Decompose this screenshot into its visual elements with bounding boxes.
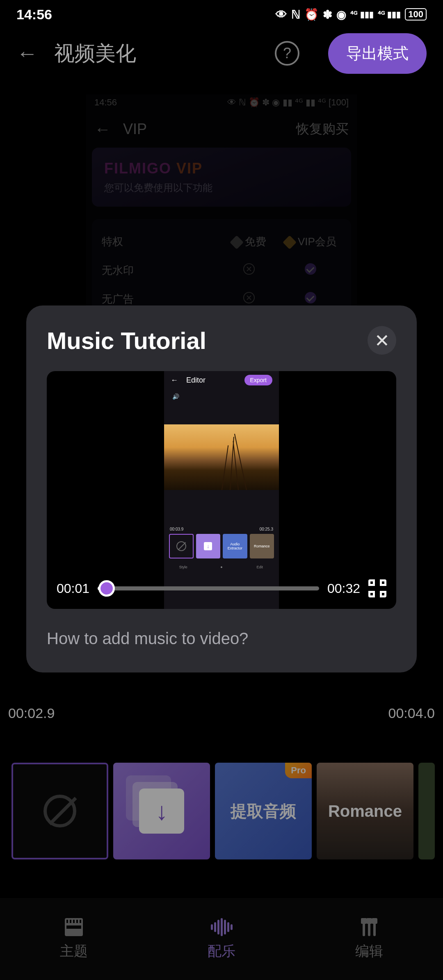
- tutorial-thumb-romance: Romance: [250, 534, 274, 558]
- tutorial-nav-edit: Edit: [241, 565, 279, 569]
- modal-close-button[interactable]: ✕: [368, 326, 396, 355]
- modal-title: Music Tutorial: [47, 327, 206, 354]
- fullscreen-button[interactable]: [368, 579, 386, 597]
- signal-4g-icon-2: ⁴ᴳ ▮▮▮: [378, 9, 401, 19]
- fullscreen-icon: [368, 579, 375, 586]
- signal-4g-icon: ⁴ᴳ ▮▮▮: [350, 9, 374, 19]
- close-icon: ✕: [374, 330, 390, 351]
- eye-icon: 👁: [276, 8, 287, 21]
- tutorial-nav-style: Style: [164, 565, 202, 569]
- tutorial-video-player[interactable]: ← Editor Export 🔊 00:03.9 00:25.3 ↓ Audi…: [47, 371, 396, 609]
- music-tutorial-modal: Music Tutorial ✕ ← Editor Export 🔊 00:03…: [26, 305, 417, 672]
- tutorial-export-label: Export: [244, 375, 272, 385]
- status-time: 14:56: [16, 7, 52, 23]
- tutorial-time-left: 00:03.9: [170, 527, 183, 531]
- tutorial-editor-label: Editor: [186, 376, 244, 385]
- back-button[interactable]: ←: [16, 41, 38, 66]
- help-button[interactable]: ?: [275, 41, 299, 66]
- tutorial-back-icon: ←: [171, 376, 178, 385]
- app-header: ← 视频美化 ? 导出模式: [0, 29, 443, 78]
- video-current-time: 00:01: [57, 581, 89, 596]
- alarm-icon: ⏰: [304, 8, 319, 21]
- video-duration: 00:32: [327, 581, 360, 596]
- status-icons: 👁 ℕ ⏰ ✽ ◉ ⁴ᴳ ▮▮▮ ⁴ᴳ ▮▮▮ 100: [276, 8, 427, 21]
- bluetooth-icon: ✽: [323, 8, 332, 21]
- modal-caption: How to add music to video?: [47, 629, 396, 648]
- tutorial-nav-music: ●: [202, 565, 240, 569]
- page-title: 视频美化: [54, 40, 258, 67]
- speaker-icon: 🔊: [164, 389, 279, 404]
- battery-icon: 100: [405, 8, 427, 21]
- tutorial-time-right: 00:25.3: [260, 527, 273, 531]
- tutorial-thumb-extract: Audio Extractor: [223, 534, 247, 558]
- tutorial-thumb-none: [169, 534, 194, 558]
- tutorial-preview-image: [164, 424, 279, 490]
- export-mode-button[interactable]: 导出模式: [328, 33, 427, 74]
- status-bar: 14:56 👁 ℕ ⏰ ✽ ◉ ⁴ᴳ ▮▮▮ ⁴ᴳ ▮▮▮ 100: [0, 0, 443, 29]
- nfc-icon: ℕ: [291, 8, 300, 21]
- seek-thumb[interactable]: [98, 580, 115, 597]
- tutorial-thumb-download: ↓: [196, 534, 220, 558]
- wifi-icon: ◉: [336, 8, 346, 21]
- video-seek-bar[interactable]: [98, 586, 319, 590]
